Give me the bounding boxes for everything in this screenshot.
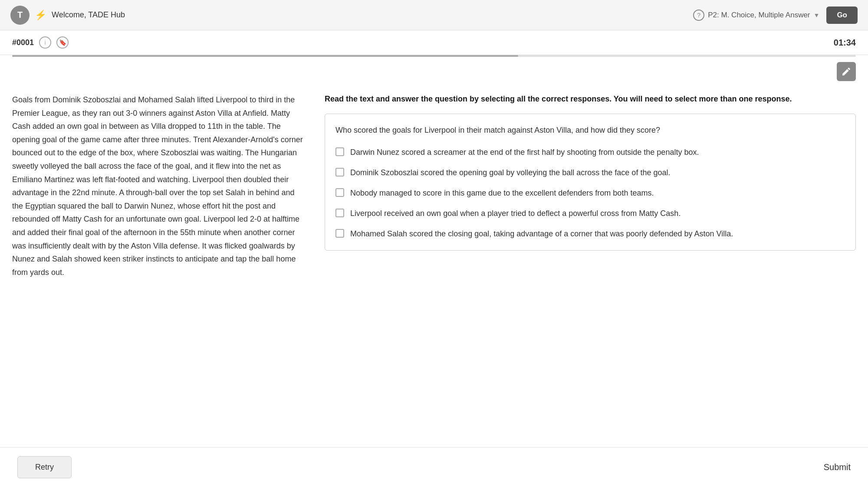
footer: Retry Submit (0, 447, 868, 487)
main-content: Goals from Dominik Szoboszlai and Mohame… (0, 85, 868, 345)
progress-bar-fill (12, 55, 518, 57)
lightning-icon: ⚡ (35, 10, 46, 21)
toolbar-left: #0001 i 🔖 (12, 36, 69, 49)
checkbox-e[interactable] (335, 229, 344, 238)
question-text: Who scored the goals for Liverpool in th… (335, 124, 845, 136)
answer-option-c[interactable]: Nobody managed to score in this game due… (335, 187, 845, 199)
answer-text-c: Nobody managed to score in this game due… (350, 187, 654, 199)
header-left: T ⚡ Welcome, TADE Hub (10, 6, 125, 25)
header-right: ? P2: M. Choice, Multiple Answer ▼ Go (693, 7, 858, 24)
checkbox-b[interactable] (335, 168, 344, 176)
answer-option-e[interactable]: Mohamed Salah scored the closing goal, t… (335, 228, 845, 240)
question-type-label: P2: M. Choice, Multiple Answer (708, 11, 810, 20)
chevron-down-icon: ▼ (814, 12, 820, 19)
help-icon: ? (693, 10, 704, 21)
edit-icon[interactable] (837, 62, 856, 81)
timer: 01:34 (834, 38, 856, 48)
question-instruction: Read the text and answer the question by… (325, 93, 856, 105)
checkbox-a[interactable] (335, 147, 344, 156)
progress-bar-container (0, 55, 868, 57)
answer-option-a[interactable]: Darwin Nunez scored a screamer at the en… (335, 147, 845, 158)
checkbox-d[interactable] (335, 209, 344, 217)
toolbar: #0001 i 🔖 01:34 (0, 30, 868, 55)
bookmark-icon[interactable]: 🔖 (56, 36, 69, 49)
answer-text-a: Darwin Nunez scored a screamer at the en… (350, 147, 699, 158)
edit-icon-container (0, 59, 868, 85)
avatar: T (10, 6, 30, 25)
welcome-text: Welcome, TADE Hub (52, 10, 125, 20)
go-button[interactable]: Go (826, 7, 858, 24)
submit-button[interactable]: Submit (824, 462, 851, 472)
pencil-svg (841, 66, 852, 77)
passage-panel: Goals from Dominik Szoboszlai and Mohame… (12, 93, 307, 336)
header: T ⚡ Welcome, TADE Hub ? P2: M. Choice, M… (0, 0, 868, 30)
question-panel: Read the text and answer the question by… (325, 93, 856, 336)
question-type-selector[interactable]: ? P2: M. Choice, Multiple Answer ▼ (693, 10, 819, 21)
info-icon[interactable]: i (39, 36, 51, 49)
answer-text-b: Dominik Szoboszlai scored the opening go… (350, 167, 670, 179)
checkbox-c[interactable] (335, 188, 344, 197)
question-number: #0001 (12, 38, 34, 47)
passage-text: Goals from Dominik Szoboszlai and Mohame… (12, 93, 307, 279)
answer-option-d[interactable]: Liverpool received an own goal when a pl… (335, 208, 845, 219)
retry-button[interactable]: Retry (17, 456, 72, 478)
question-box: Who scored the goals for Liverpool in th… (325, 114, 856, 251)
answer-option-b[interactable]: Dominik Szoboszlai scored the opening go… (335, 167, 845, 179)
answer-text-e: Mohamed Salah scored the closing goal, t… (350, 228, 733, 240)
answer-text-d: Liverpool received an own goal when a pl… (350, 208, 681, 219)
progress-bar (12, 55, 856, 57)
